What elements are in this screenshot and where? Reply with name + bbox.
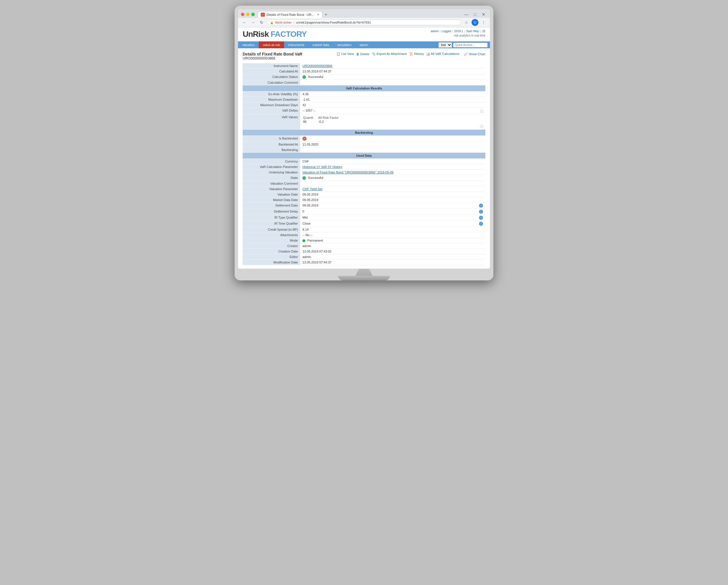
start-help-link[interactable]: Start Help [466, 30, 479, 33]
underlying-valuation-link[interactable]: Valuation of Fixed Rate Bond "URO0000000… [303, 171, 393, 174]
settlement-delay-row: Settlement Delay 0 i [243, 209, 485, 215]
ir-time-qualifier-info-icon[interactable]: i [479, 222, 483, 226]
nav-value-at-risk[interactable]: value-at-risk [259, 42, 284, 48]
new-tab-button[interactable]: + [323, 11, 329, 18]
creator-row: Creator admin [243, 243, 485, 249]
version-link[interactable]: 2019.1 [454, 30, 463, 33]
url-protocol: Nicht sicher [275, 21, 291, 24]
close-button[interactable] [241, 12, 244, 16]
inst-dropdown[interactable]: Inst [439, 42, 452, 48]
valuation-comment-row: Valuation Comment [243, 181, 485, 186]
state-value: Successful [300, 175, 485, 181]
calculated-at-value: 13.05.2019 07:44:37 [300, 69, 485, 74]
bookmark-button[interactable]: ☆ [463, 19, 470, 26]
var-deltas-label: VaR Deltas [243, 108, 300, 115]
currency-value: CHF [300, 159, 485, 164]
chrome-close-button[interactable]: ✕ [480, 11, 487, 18]
var-values-label: VaR Values [243, 115, 300, 130]
reload-button[interactable]: ↻ [258, 19, 265, 26]
underlying-valuation-value: Valuation of Fixed Rate Bond "URO0000000… [300, 170, 485, 175]
settlement-delay-value: 0 i [300, 209, 485, 215]
nav-instruments[interactable]: instruments [284, 42, 309, 48]
page-title: Details of Fixed Rate Bond VaR [243, 52, 303, 56]
lock-icon: 🔒 [270, 21, 274, 24]
var-deltas-expand-button[interactable]: □ [481, 109, 483, 113]
var-values-expand-button[interactable]: □ [481, 124, 483, 129]
nav-valuation[interactable]: valuation [238, 42, 259, 48]
monitor-stand [238, 269, 490, 280]
page-header: Details of Fixed Rate Bond VaR URO000000… [243, 52, 485, 60]
valuation-parameter-label: Valuation Parameter [243, 186, 300, 192]
var-all-risk-factor-value: -0.2 [318, 120, 343, 123]
url-separator: | [293, 21, 294, 24]
logo-text: UnRisk [243, 30, 268, 39]
address-bar[interactable]: 🔒 Nicht sicher | unrisk1/pages/var/show.… [267, 20, 461, 25]
chrome-restore-button[interactable]: □ [471, 11, 478, 18]
var-calculation-parameter-label: VaR Calculation Parameter [243, 164, 300, 170]
js-link[interactable]: JS [482, 30, 485, 33]
editor-label: Editor [243, 254, 300, 260]
calculated-at-row: Calculated At 13.05.2019 07:44:37 [243, 69, 485, 74]
instrument-name-link[interactable]: URO0000000003866 [303, 64, 332, 68]
logged-link[interactable]: Logged [442, 30, 451, 33]
mode-green-dot [303, 239, 305, 242]
mode-value: Permanent [300, 238, 485, 243]
valuation-date-label: Valuation Date [243, 192, 300, 197]
minimize-button[interactable] [246, 12, 250, 16]
var-values-value: Quantil All Risk Factor 95 -0.2 □ [300, 115, 485, 130]
var-calculation-parameter-value: Historical 1Y VaR 5Y History [300, 164, 485, 170]
backtesting-header-row: Backtesting [243, 130, 485, 136]
attachments-value: -- No -- [300, 232, 485, 238]
var-values-row: VaR Values Quantil All Risk Factor 95 [243, 115, 485, 130]
var-calculation-parameter-link[interactable]: Historical 1Y VaR 5Y History [303, 165, 342, 169]
calculation-status-value: Successful [300, 74, 485, 80]
show-chart-link[interactable]: 📈 Show Chart [464, 52, 485, 56]
quick-search-input[interactable] [453, 43, 488, 48]
valuation-parameter-row: Valuation Parameter CHF Yield Set [243, 186, 485, 192]
settlement-delay-info-icon[interactable]: i [479, 210, 483, 214]
forward-button[interactable]: → [250, 19, 257, 26]
creation-date-label: Creation Date [243, 249, 300, 254]
used-data-header: Used Data [243, 153, 485, 159]
chrome-minimize-button[interactable]: — [463, 11, 470, 18]
tab-favicon: U [261, 12, 265, 17]
editor-row: Editor admin [243, 254, 485, 260]
underlying-valuation-label: Underlying Valuation [243, 170, 300, 175]
admin-link[interactable]: admin [431, 30, 439, 33]
settlement-date-info-icon[interactable]: i [479, 204, 483, 208]
maximize-button[interactable] [251, 12, 255, 16]
market-data-date-row: Market Data Date 09.05.2019 [243, 197, 485, 203]
backtesting-label: Backtesting [243, 147, 300, 153]
ex-ante-volatility-value: 4.36 [300, 92, 485, 97]
currency-label: Currency [243, 159, 300, 164]
list-view-link[interactable]: 📋 List View [336, 52, 354, 56]
backtested-at-row: Backtested At 11.05.2020 [243, 142, 485, 147]
chrome-menu-button[interactable]: ⋮ [480, 19, 487, 26]
creator-value: admin [300, 243, 485, 249]
back-button[interactable]: ← [241, 19, 248, 26]
modification-date-row: Modification Date 13.05.2019 07:44:37 [243, 260, 485, 265]
delete-link[interactable]: 🗑 Delete [356, 52, 369, 56]
export-attachment-link[interactable]: 📎 Export As Attachment [372, 52, 407, 56]
var-quantil-value: 95 [303, 120, 318, 123]
valuation-parameter-link[interactable]: CHF Yield Set [303, 187, 322, 191]
ir-type-qualifier-info-icon[interactable]: i [479, 216, 483, 220]
settlement-date-value: 09.05.2019 i [300, 203, 485, 209]
is-backtested-row: Is Backtested ✕ [243, 136, 485, 142]
page-actions: 📋 List View 🗑 Delete 📎 Export As Attachm… [336, 52, 485, 56]
nav-admin[interactable]: admin [355, 42, 372, 48]
tab-close-button[interactable]: ✕ [317, 13, 319, 16]
valuation-comment-value [300, 181, 485, 186]
maximum-drawdown-label: Maximum Drawdown [243, 97, 300, 102]
stand-neck [355, 269, 373, 276]
mode-row: Mode Permanent [243, 238, 485, 243]
settlement-date-row: Settlement Date 09.05.2019 i [243, 203, 485, 209]
nav-simulation[interactable]: simulation [333, 42, 356, 48]
all-var-calculations-link[interactable]: 📊 All VaR Calculations [426, 52, 459, 56]
browser-tab[interactable]: U Details of Fixed Rate Bond · UR... ✕ [258, 11, 322, 18]
history-link[interactable]: 📜 History [409, 52, 424, 56]
credit-spread-row: Credit Spread (in BP) 8.14 [243, 227, 485, 232]
nav-market-data[interactable]: market data [309, 42, 333, 48]
user-account-button[interactable]: U [471, 19, 478, 26]
creation-date-row: Creation Date 13.05.2019 07:43:02 [243, 249, 485, 254]
